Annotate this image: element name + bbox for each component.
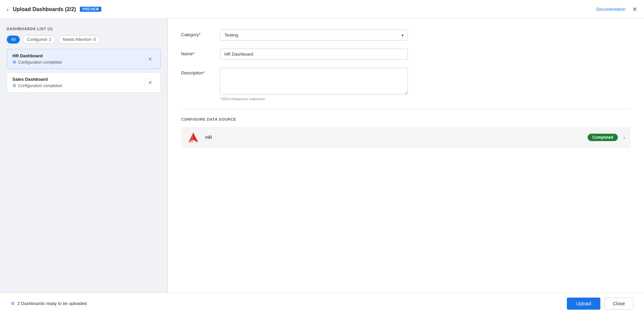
category-field: Testing Production Development <box>220 29 408 41</box>
configure-section-title: CONFIGURE DATA SOURCE <box>181 117 631 121</box>
dashboard-item-sales-right: ✕ <box>145 78 155 87</box>
datasource-status-badge: Completed <box>588 134 618 141</box>
description-field: *1024 characters maximum <box>220 68 408 101</box>
svg-marker-2 <box>193 133 198 142</box>
bottom-gear-icon: ⚙ <box>11 301 15 306</box>
description-textarea[interactable] <box>220 68 408 95</box>
category-select-wrapper: Testing Production Development <box>220 29 408 41</box>
bottom-status-text: 2 Dashboards ready to be uploaded <box>17 301 87 306</box>
filter-tabs: All Configured- 2 Needs Attention- 0 <box>7 36 161 44</box>
upload-button[interactable]: Upload <box>567 298 600 310</box>
datasource-logo-svg <box>187 131 199 143</box>
close-button-top[interactable]: ✕ <box>632 6 637 13</box>
top-bar-left: ‹ Upload Dashboards (2/2) PREVIEW <box>7 6 101 12</box>
documentation-link[interactable]: Documentation <box>596 7 626 12</box>
filter-tab-configured[interactable]: Configured- 2 <box>22 36 56 44</box>
dashboard-item-sales-status-text: Configuration completed <box>18 83 62 88</box>
dashboard-item-hr-status-text: Configuration completed <box>18 60 62 65</box>
name-label: Name* <box>181 49 215 56</box>
datasource-icon-hr <box>186 131 200 144</box>
name-field <box>220 49 408 60</box>
back-button[interactable]: ‹ <box>7 6 9 12</box>
dashboard-item-hr-name: HR Dashboard <box>12 53 62 58</box>
dashboard-item-sales-status: ⚙ Configuration completed <box>12 83 62 88</box>
right-panel: Category* Testing Production Development… <box>168 19 644 293</box>
category-select[interactable]: Testing Production Development <box>220 29 408 41</box>
remove-hr-button[interactable]: ✕ <box>145 55 155 64</box>
filter-tab-all[interactable]: All <box>7 36 20 44</box>
category-row: Category* Testing Production Development <box>181 29 631 41</box>
remove-sales-button[interactable]: ✕ <box>145 78 155 87</box>
main-content: DASHBOARDS LIST (2) All Configured- 2 Ne… <box>0 19 644 293</box>
filter-tab-needs-attention[interactable]: Needs Attention- 0 <box>58 36 100 44</box>
datasource-row-hr[interactable]: HR Completed › <box>181 127 631 148</box>
divider <box>181 109 631 109</box>
top-bar: ‹ Upload Dashboards (2/2) PREVIEW Docume… <box>0 0 644 19</box>
datasource-chevron-right[interactable]: › <box>623 134 625 141</box>
bottom-bar: ⚙ 2 Dashboards ready to be uploaded Uplo… <box>0 293 644 314</box>
category-label: Category* <box>181 29 215 37</box>
top-bar-right: Documentation ✕ <box>596 6 637 13</box>
left-panel: DASHBOARDS LIST (2) All Configured- 2 Ne… <box>0 19 168 293</box>
page-title: Upload Dashboards (2/2) <box>13 6 76 12</box>
description-label: Description* <box>181 68 215 75</box>
dashboard-item-sales-info: Sales Dashboard ⚙ Configuration complete… <box>12 77 62 88</box>
gear-icon-hr: ⚙ <box>12 60 16 65</box>
close-button-bottom[interactable]: Close <box>604 298 633 310</box>
dashboard-item-sales[interactable]: Sales Dashboard ⚙ Configuration complete… <box>7 72 161 92</box>
dashboard-item-hr[interactable]: HR Dashboard ⚙ Configuration completed ✕ <box>7 49 161 69</box>
dashboard-item-hr-status: ⚙ Configuration completed <box>12 60 62 65</box>
bottom-status: ⚙ 2 Dashboards ready to be uploaded <box>11 301 87 306</box>
name-input[interactable] <box>220 49 408 60</box>
dashboard-item-sales-name: Sales Dashboard <box>12 77 62 82</box>
datasource-name-hr: HR <box>205 135 588 140</box>
dashboard-item-hr-right: ✕ <box>145 55 155 64</box>
dashboards-list-title: DASHBOARDS LIST (2) <box>7 27 161 31</box>
gear-icon-sales: ⚙ <box>12 83 16 88</box>
dashboard-item-hr-info: HR Dashboard ⚙ Configuration completed <box>12 53 62 65</box>
bottom-actions: Upload Close <box>567 298 633 310</box>
description-hint: *1024 characters maximum <box>220 97 408 101</box>
preview-badge: PREVIEW <box>80 7 101 12</box>
description-row: Description* *1024 characters maximum <box>181 68 631 101</box>
name-row: Name* <box>181 49 631 60</box>
